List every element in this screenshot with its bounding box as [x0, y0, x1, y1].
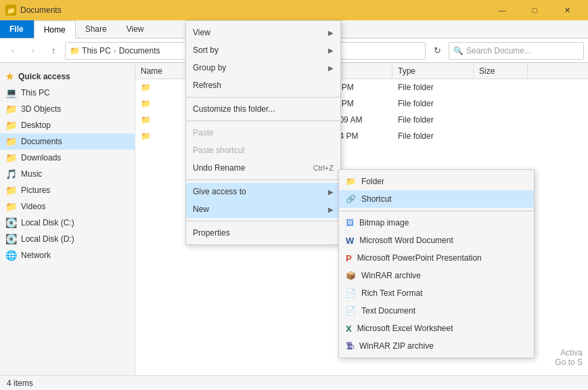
bitmap-icon: 🖼	[346, 218, 354, 228]
undo-rename-shortcut: Ctrl+Z	[313, 164, 334, 172]
menu-label-sortby: Sort by	[193, 45, 219, 55]
menu-item-customize[interactable]: Customize this folder...	[186, 100, 340, 118]
menu-item-properties[interactable]: Properties	[186, 224, 340, 242]
menu-item-give-access[interactable]: Give access to ▶	[186, 183, 340, 200]
submenu-label-shortcut: Shortcut	[361, 194, 392, 204]
ppt-icon: P	[346, 253, 352, 263]
context-menu-new: 📁 Folder 🔗 Shortcut 🖼 Bitmap image W Mic…	[338, 169, 535, 358]
shortcut-icon: 🔗	[346, 194, 356, 204]
menu-label-undo-rename: Undo Rename	[193, 163, 245, 173]
menu-label-new: New	[193, 204, 209, 214]
submenu-item-bitmap[interactable]: 🖼 Bitmap image	[339, 214, 534, 232]
menu-label-paste: Paste	[193, 128, 214, 137]
submenu-label-word: Microsoft Word Document	[359, 236, 453, 245]
menu-label-refresh: Refresh	[193, 81, 221, 90]
submenu-label-txt: Text Document	[361, 306, 415, 316]
separator-3	[186, 179, 340, 180]
submenu-arrow-giveaccess: ▶	[328, 188, 334, 196]
submenu-arrow-sortby: ▶	[328, 47, 334, 54]
submenu-label-folder: Folder	[361, 177, 384, 186]
submenu-label-rtf: Rich Text Format	[361, 288, 422, 298]
menu-item-paste-shortcut[interactable]: Paste shortcut	[186, 142, 340, 159]
submenu-item-word[interactable]: W Microsoft Word Document	[339, 232, 534, 249]
submenu-label-excel: Microsoft Excel Worksheet	[357, 324, 453, 333]
word-icon: W	[346, 236, 354, 246]
menu-label-paste-shortcut: Paste shortcut	[193, 146, 245, 155]
rtf-icon: 📄	[346, 288, 356, 298]
menu-label-properties: Properties	[193, 228, 230, 238]
submenu-item-rar[interactable]: 📦 WinRAR archive	[339, 267, 534, 284]
separator-2	[186, 121, 340, 121]
menu-item-undo-rename[interactable]: Undo Rename Ctrl+Z	[186, 159, 340, 177]
submenu-label-zip: WinRAR ZIP archive	[359, 341, 434, 351]
menu-item-new[interactable]: New ▶	[186, 200, 340, 218]
submenu-label-ppt: Microsoft PowerPoint Presentation	[357, 253, 482, 263]
submenu-item-txt[interactable]: 📄 Text Document	[339, 302, 534, 320]
submenu-arrow-new: ▶	[328, 206, 334, 213]
menu-item-paste[interactable]: Paste	[186, 124, 340, 142]
context-overlay: View ▶ Sort by ▶ Group by ▶ Refresh Cust…	[0, 0, 588, 390]
submenu-item-excel[interactable]: X Microsoft Excel Worksheet	[339, 320, 534, 337]
menu-label-customize: Customize this folder...	[193, 104, 275, 114]
menu-item-refresh[interactable]: Refresh	[186, 77, 340, 94]
rar-icon: 📦	[346, 271, 356, 280]
submenu-arrow-view: ▶	[328, 29, 334, 37]
menu-item-view[interactable]: View ▶	[186, 24, 340, 41]
zip-icon: 🗜	[346, 341, 354, 351]
txt-icon: 📄	[346, 306, 356, 316]
submenu-item-shortcut[interactable]: 🔗 Shortcut	[339, 190, 534, 208]
menu-label-give-access: Give access to	[193, 187, 246, 196]
menu-item-groupby[interactable]: Group by ▶	[186, 59, 340, 77]
submenu-separator-1	[339, 211, 534, 211]
folder-icon-new: 📁	[346, 177, 356, 186]
submenu-item-zip[interactable]: 🗜 WinRAR ZIP archive	[339, 337, 534, 355]
menu-label-view: View	[193, 28, 210, 37]
excel-icon: X	[346, 324, 352, 334]
submenu-arrow-groupby: ▶	[328, 64, 334, 72]
submenu-item-ppt[interactable]: P Microsoft PowerPoint Presentation	[339, 249, 534, 267]
submenu-label-bitmap: Bitmap image	[359, 218, 409, 228]
submenu-label-rar: WinRAR archive	[361, 271, 421, 280]
submenu-item-folder[interactable]: 📁 Folder	[339, 173, 534, 190]
menu-item-sortby[interactable]: Sort by ▶	[186, 41, 340, 59]
separator-4	[186, 221, 340, 221]
menu-label-groupby: Group by	[193, 63, 226, 72]
submenu-item-rtf[interactable]: 📄 Rich Text Format	[339, 284, 534, 302]
context-menu-main: View ▶ Sort by ▶ Group by ▶ Refresh Cust…	[185, 20, 341, 245]
separator-1	[186, 97, 340, 98]
